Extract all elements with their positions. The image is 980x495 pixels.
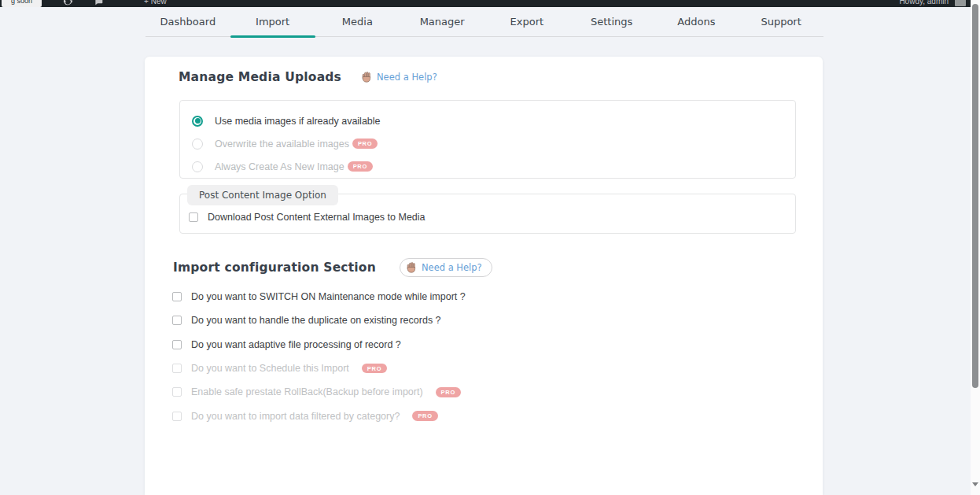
tab-media[interactable]: Media xyxy=(315,7,400,36)
tab-label: Support xyxy=(761,16,801,28)
tab-manager[interactable]: Manager xyxy=(400,7,484,36)
tab-export[interactable]: Export xyxy=(484,7,569,36)
content-card: Manage Media Uploads Need a Help? Use me… xyxy=(145,57,823,495)
plugin-nav-tabs: DashboardImportMediaManagerExportSetting… xyxy=(146,7,823,37)
tab-label: Export xyxy=(510,16,544,28)
site-status-badge[interactable]: g soon xyxy=(2,0,42,7)
tab-label: Manager xyxy=(420,16,465,28)
checkbox-do-you-want-to-switch-on-maintenance-mod[interactable] xyxy=(172,292,182,301)
tab-label: Settings xyxy=(591,16,632,28)
checkbox-label: Do you want to handle the duplicate on e… xyxy=(191,315,441,326)
tab-dashboard[interactable]: Dashboard xyxy=(146,7,230,36)
checkbox-row-enable-safe-prestate-rollback-backup-bef: Enable safe prestate RollBack(Backup bef… xyxy=(172,380,466,404)
radio-label: Use media images if already available xyxy=(215,116,381,127)
pro-badge: PRO xyxy=(412,411,437,421)
media-upload-options-group: Use media images if already availableOve… xyxy=(179,100,796,179)
updates-icon[interactable] xyxy=(64,0,72,6)
tab-label: Media xyxy=(342,16,373,28)
pro-badge: PRO xyxy=(436,387,461,397)
need-help-label: Need a Help? xyxy=(377,72,437,83)
avatar[interactable] xyxy=(955,0,966,6)
comments-icon[interactable] xyxy=(94,0,103,6)
tab-support[interactable]: Support xyxy=(739,7,823,36)
tab-import[interactable]: Import xyxy=(230,7,315,36)
hand-icon xyxy=(407,262,417,273)
howdy-text[interactable]: Howdy, admin xyxy=(899,0,949,6)
checkbox-do-you-want-adaptive-file-processing-of-[interactable] xyxy=(172,340,182,349)
need-help-button[interactable]: Need a Help? xyxy=(400,258,492,277)
checkbox-row-do-you-want-to-handle-the-duplicate-on-e: Do you want to handle the duplicate on e… xyxy=(172,308,466,332)
radio-row-use-media-images-if-already-available: Use media images if already available xyxy=(192,109,795,132)
post-content-image-box: Post Content Image Option Download Post … xyxy=(179,194,796,234)
checkbox-label: Do you want to Schedule this Import xyxy=(191,363,349,374)
radio-label: Overwrite the available images xyxy=(215,139,349,150)
post-content-chip: Post Content Image Option xyxy=(187,185,338,205)
import-config-list: Do you want to SWITCH ON Maintenance mod… xyxy=(172,285,466,428)
radio-row-overwrite-the-available-images: Overwrite the available imagesPRO xyxy=(192,132,795,155)
checkbox-row-do-you-want-to-schedule-this-import: Do you want to Schedule this ImportPRO xyxy=(172,356,466,380)
checkbox-do-you-want-to-import-data-filtered-by-c[interactable] xyxy=(172,412,182,421)
radio-row-always-create-as-new-image: Always Create As New ImagePRO xyxy=(192,155,795,178)
tab-label: Dashboard xyxy=(160,16,216,28)
checkbox-enable-safe-prestate-rollback-backup-bef[interactable] xyxy=(172,387,182,397)
tab-label: Addons xyxy=(677,16,715,28)
checkbox-row-do-you-want-adaptive-file-processing-of-: Do you want adaptive file processing of … xyxy=(172,333,466,356)
scrollbar[interactable] xyxy=(971,0,980,495)
tab-settings[interactable]: Settings xyxy=(569,7,654,36)
checkbox-do-you-want-to-handle-the-duplicate-on-e[interactable] xyxy=(172,316,182,325)
pro-badge: PRO xyxy=(352,139,378,149)
checkbox-row-do-you-want-to-import-data-filtered-by-c: Do you want to import data filtered by c… xyxy=(172,404,466,427)
scroll-down-arrow[interactable] xyxy=(972,482,978,486)
scrollbar-thumb[interactable] xyxy=(972,4,978,388)
checkbox-label: Do you want adaptive file processing of … xyxy=(191,339,401,350)
section-title-manage-media: Manage Media Uploads xyxy=(179,70,341,84)
radio-label: Always Create As New Image xyxy=(215,161,344,172)
radio-use-media-images-if-already-available[interactable] xyxy=(192,116,203,127)
checkbox-row-do-you-want-to-switch-on-maintenance-mod: Do you want to SWITCH ON Maintenance mod… xyxy=(172,285,466,308)
need-help-link[interactable]: Need a Help? xyxy=(362,72,437,83)
checkbox-do-you-want-to-schedule-this-import[interactable] xyxy=(172,364,182,373)
tab-addons[interactable]: Addons xyxy=(654,7,739,36)
pro-badge: PRO xyxy=(348,161,373,172)
download-images-row: Download Post Content External Images to… xyxy=(189,212,426,223)
radio-always-create-as-new-image[interactable] xyxy=(192,161,203,172)
checkbox-label: Do you want to import data filtered by c… xyxy=(191,411,400,422)
checkbox-label: Do you want to SWITCH ON Maintenance mod… xyxy=(191,291,466,302)
download-images-label: Download Post Content External Images to… xyxy=(208,212,426,223)
section-title-import-config: Import configuration Section xyxy=(173,260,376,275)
tab-label: Import xyxy=(256,16,289,28)
pro-badge: PRO xyxy=(362,364,387,374)
wp-admin-bar: g soon + New Howdy, admin xyxy=(0,0,971,7)
admin-bar-new-button[interactable]: + New xyxy=(144,0,167,6)
checkbox-label: Enable safe prestate RollBack(Backup bef… xyxy=(191,386,423,397)
radio-overwrite-the-available-images[interactable] xyxy=(192,139,203,150)
need-help-label: Need a Help? xyxy=(422,262,482,273)
hand-icon xyxy=(362,72,372,83)
download-images-checkbox[interactable] xyxy=(189,212,198,222)
